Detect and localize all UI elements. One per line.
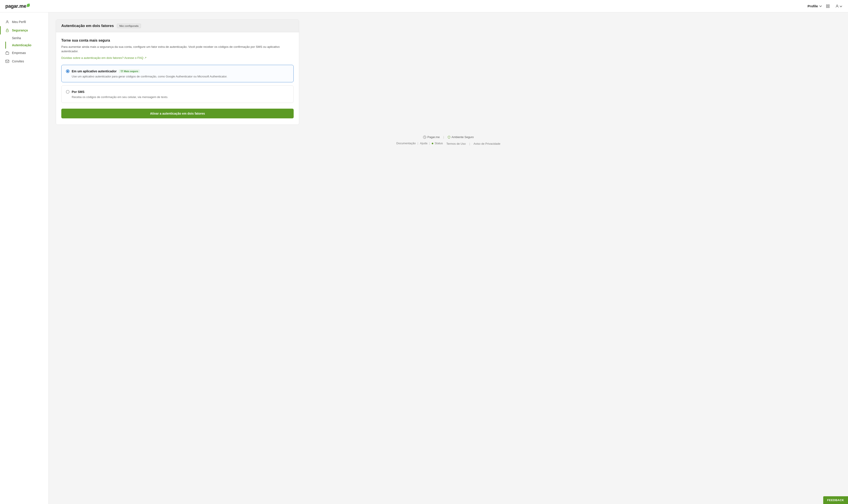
sidebar-item-seguranca[interactable]: Segurança (0, 26, 49, 35)
sidebar-sub-seguranca: Senha Autenticação (0, 35, 49, 49)
grid-icon (826, 4, 830, 8)
svg-point-12 (423, 136, 426, 139)
footer-link-ajuda-label: Ajuda (420, 142, 427, 145)
sidebar-label-empresas: Empresas (12, 51, 26, 55)
option-card-app[interactable]: Em um aplicativo autenticador 🛡 Mais seg… (61, 65, 294, 82)
option-header-sms: Por SMS (66, 90, 289, 94)
footer: Pagar.me | Ambiente Seguro Documentação … (56, 125, 841, 151)
profile-menu[interactable]: Profile (808, 4, 822, 8)
sidebar-label-seguranca: Segurança (12, 29, 28, 32)
footer-links: Documentação | Ajuda | Status Termos de … (56, 141, 841, 145)
autenticacao-active-border (5, 41, 6, 49)
sidebar-item-autenticacao[interactable]: Autenticação (12, 41, 49, 49)
user-chevron-icon (840, 5, 842, 7)
footer-secure: Ambiente Seguro (448, 136, 473, 139)
sidebar-label-convites: Convites (12, 59, 24, 63)
active-border (0, 26, 1, 35)
footer-divider-3: | (467, 142, 472, 145)
status-dot-icon (432, 143, 433, 144)
faq-link[interactable]: Dúvidas sobre a autenticação em dois fat… (61, 56, 146, 59)
sidebar-item-meu-perfil[interactable]: Meu Perfil (0, 18, 49, 26)
sidebar-item-convites[interactable]: Convites (0, 57, 49, 66)
option-card-sms[interactable]: Por SMS Receba os códigos de confirmação… (61, 85, 294, 103)
footer-divider-brand: | (443, 136, 444, 139)
layout: Meu Perfil Segurança Senha Autenticação (0, 12, 848, 504)
svg-rect-0 (826, 5, 827, 6)
footer-link-privacidade-label: Aviso de Privacidade (473, 142, 500, 145)
sidebar-item-senha[interactable]: Senha (12, 35, 49, 41)
shield-icon: 🛡 (121, 70, 123, 73)
grid-icon-button[interactable] (825, 3, 831, 9)
profile-label: Profile (808, 4, 818, 8)
footer-link-status-label: Status (435, 142, 443, 145)
footer-link-ajuda[interactable]: Ajuda (418, 142, 429, 145)
footer-link-status[interactable]: Status (430, 142, 445, 145)
svg-point-4 (836, 5, 838, 6)
svg-point-5 (7, 21, 8, 22)
logo-leaf-icon (26, 3, 30, 7)
card-header: Autenticação em dois fatores Não configu… (56, 20, 299, 32)
pagar-logo-icon (423, 136, 427, 139)
feedback-button[interactable]: FEEDBACK (823, 496, 848, 504)
secure-shield-icon (448, 136, 451, 139)
option-title-app: Em um aplicativo autenticador (72, 70, 116, 73)
user-icon (5, 20, 9, 24)
option-desc-app: Use um aplicativo autenticador para gera… (66, 75, 289, 78)
logo[interactable]: pagar .me (5, 3, 30, 9)
radio-inner-app (67, 70, 69, 72)
footer-link-privacidade[interactable]: Aviso de Privacidade (472, 142, 502, 145)
radio-app[interactable] (66, 70, 70, 73)
building-icon (5, 51, 9, 55)
svg-rect-6 (6, 30, 8, 32)
sidebar-item-empresas[interactable]: Empresas (0, 49, 49, 57)
svg-rect-1 (828, 5, 829, 6)
footer-link-documentacao-label: Documentação (396, 142, 416, 145)
faq-link-text: Dúvidas sobre a autenticação em dois fat… (61, 56, 143, 59)
header-right: Profile (808, 3, 843, 9)
svg-rect-11 (6, 60, 9, 62)
section-title: Torne sua conta mais segura (61, 38, 294, 42)
badge-secure-label: Mais seguro (124, 70, 138, 73)
option-desc-sms: Receba os códigos de confirmação em seu … (66, 95, 289, 99)
logo-text: pagar (5, 3, 18, 9)
user-icon-button[interactable] (834, 3, 843, 9)
svg-rect-3 (828, 6, 829, 7)
sidebar-label-senha: Senha (12, 36, 21, 40)
footer-brand-name: Pagar.me (423, 136, 440, 139)
envelope-icon (5, 59, 9, 63)
header: pagar .me Profile (0, 0, 848, 12)
footer-link-termos-label: Termos de Uso (446, 142, 466, 145)
badge-secure: 🛡 Mais seguro (119, 70, 140, 73)
status-badge: Não configurada (117, 24, 141, 28)
logo-dot: .me (18, 3, 26, 9)
lock-icon (5, 28, 9, 32)
sidebar-label-autenticacao: Autenticação (12, 43, 32, 47)
footer-brand-text: Pagar.me (427, 136, 440, 139)
option-title-sms: Por SMS (72, 90, 85, 94)
sidebar-label-meu-perfil: Meu Perfil (12, 20, 26, 24)
section-desc: Para aumentar ainda mais a segurança da … (61, 45, 294, 54)
user-icon (835, 4, 839, 8)
option-header-app: Em um aplicativo autenticador 🛡 Mais seg… (66, 70, 289, 73)
chevron-down-icon (819, 4, 822, 7)
footer-link-documentacao[interactable]: Documentação (395, 142, 417, 145)
svg-rect-7 (6, 52, 9, 54)
svg-rect-2 (826, 6, 827, 7)
sidebar: Meu Perfil Segurança Senha Autenticação (0, 12, 49, 504)
footer-link-termos[interactable]: Termos de Uso (445, 142, 467, 145)
auth-card: Autenticação em dois fatores Não configu… (56, 19, 299, 125)
external-link-icon: ↗ (144, 56, 146, 59)
footer-brand: Pagar.me | Ambiente Seguro (56, 136, 841, 139)
activate-button[interactable]: Ativar a autenticação em dois fatores (61, 109, 294, 119)
main-content: Autenticação em dois fatores Não configu… (49, 12, 848, 504)
footer-secure-text: Ambiente Seguro (451, 136, 473, 139)
card-title: Autenticação em dois fatores (61, 24, 114, 28)
radio-sms[interactable] (66, 90, 70, 94)
card-body: Torne sua conta mais segura Para aumenta… (56, 32, 299, 125)
